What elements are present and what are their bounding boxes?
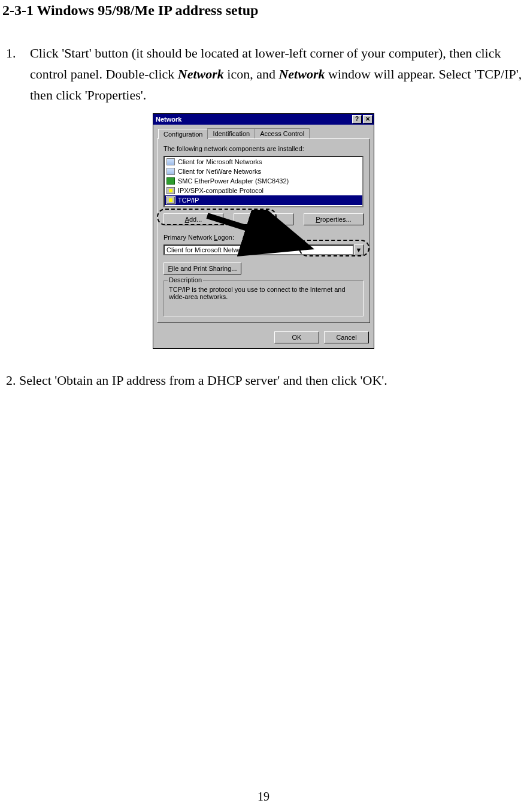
description-label: Description <box>168 276 203 283</box>
step-1-number: 1. <box>6 43 30 106</box>
list-item-label: Client for Microsoft Networks <box>178 158 262 165</box>
client-icon <box>166 167 175 176</box>
section-title: 2-3-1 Windows 95/98/Me IP address setup <box>2 2 525 19</box>
help-button[interactable]: ? <box>352 115 362 123</box>
tab-strip: Configuration Identification Access Cont… <box>157 128 370 138</box>
tab-identification[interactable]: Identification <box>207 128 255 138</box>
dialog-title: Network <box>156 116 181 123</box>
primary-logon-value: Client for Microsoft Networks <box>163 244 354 255</box>
step-1-em1: Network <box>178 67 224 81</box>
primary-logon-dropdown[interactable]: Client for Microsoft Networks ▼ <box>163 244 364 255</box>
primary-logon-label: Primary Network Logon: <box>163 234 364 241</box>
step-1-em2: Network <box>278 67 325 81</box>
chevron-down-icon[interactable]: ▼ <box>354 244 364 255</box>
file-print-sharing-button[interactable]: File and Print Sharing... <box>163 262 241 274</box>
step-1-body: Click 'Start' button (it should be locat… <box>30 43 525 106</box>
page-number: 19 <box>0 790 527 804</box>
list-item[interactable]: SMC EtherPower Adapter (SMC8432) <box>165 176 362 186</box>
list-item[interactable]: Client for Microsoft Networks <box>165 157 362 167</box>
list-item[interactable]: Client for NetWare Networks <box>165 167 362 176</box>
list-item-label: SMC EtherPower Adapter (SMC8432) <box>178 177 289 185</box>
protocol-icon <box>166 196 175 204</box>
tab-access-control[interactable]: Access Control <box>255 128 310 138</box>
ok-button[interactable]: OK <box>274 331 319 343</box>
titlebar: Network ? ✕ <box>153 114 374 125</box>
description-group: Description TCP/IP is the protocol you u… <box>163 280 364 316</box>
description-text: TCP/IP is the protocol you use to connec… <box>169 286 358 300</box>
close-button[interactable]: ✕ <box>363 115 372 123</box>
protocol-icon <box>166 186 175 195</box>
list-item-label: TCP/IP <box>178 197 199 204</box>
list-item-tcpip[interactable]: TCP/IP <box>165 195 362 205</box>
cancel-button[interactable]: Cancel <box>324 331 369 343</box>
remove-button[interactable]: Remove <box>234 213 293 225</box>
components-label: The following network components are ins… <box>163 145 364 152</box>
add-button[interactable]: Add... <box>163 213 223 225</box>
properties-button[interactable]: Properties... <box>304 213 364 225</box>
step-1: 1. Click 'Start' button (it should be lo… <box>6 43 525 106</box>
list-item-label: Client for NetWare Networks <box>178 168 261 175</box>
client-icon <box>166 158 175 166</box>
tab-configuration[interactable]: Configuration <box>158 129 208 139</box>
network-dialog: Network ? ✕ Configuration Identification… <box>153 113 374 349</box>
adapter-icon <box>166 177 175 185</box>
step-1-text-mid: icon, and <box>224 67 279 81</box>
components-listbox[interactable]: Client for Microsoft Networks Client for… <box>163 156 364 207</box>
list-item-label: IPX/SPX-compatible Protocol <box>178 187 264 194</box>
list-item[interactable]: IPX/SPX-compatible Protocol <box>165 186 362 195</box>
step-2: 2. Select 'Obtain an IP address from a D… <box>6 373 525 388</box>
